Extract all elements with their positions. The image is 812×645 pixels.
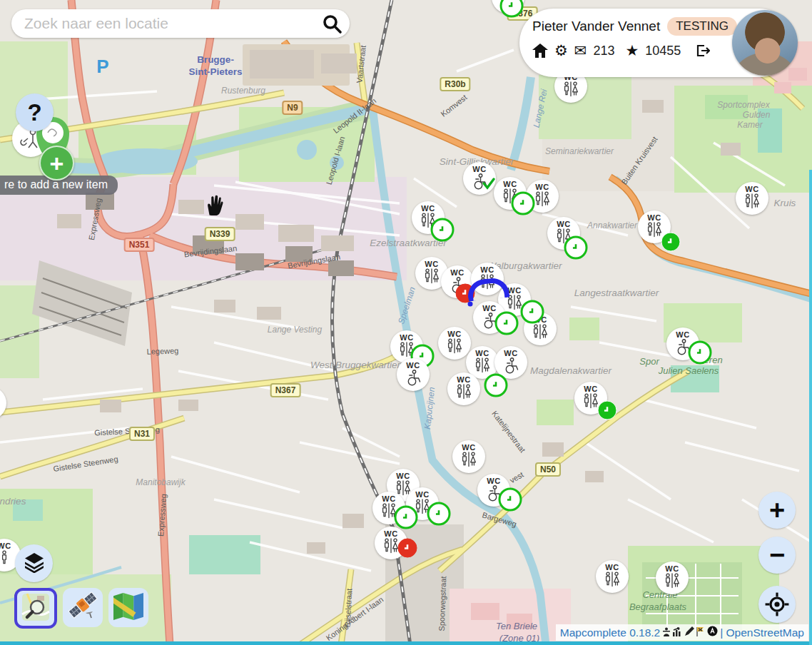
opening-hours-badge <box>564 236 588 260</box>
messages-count: 213 <box>593 44 614 59</box>
osm-attribution-link[interactable]: | OpenStreetMap <box>720 626 804 639</box>
wc-label: WC <box>584 385 597 393</box>
wc-label: WC <box>400 333 413 342</box>
layers-icon <box>24 552 45 576</box>
wc-label: WC <box>480 265 494 274</box>
wc-label: WC <box>384 529 397 538</box>
wc-label: WC <box>503 180 517 188</box>
messages-icon[interactable]: ✉ <box>574 44 587 58</box>
wc-label: WC <box>457 375 470 384</box>
toilet-marker[interactable]: WC <box>596 560 629 593</box>
carto-magnifier-icon <box>21 593 50 624</box>
stats-icon[interactable] <box>672 626 683 639</box>
user-name: Pieter Vander Vennet <box>532 19 660 34</box>
wc-label: WC <box>462 443 475 452</box>
basemap-satellite-button[interactable] <box>63 588 103 627</box>
wc-label: WC <box>665 564 679 573</box>
license-icon[interactable] <box>707 626 718 639</box>
star-icon[interactable]: ★ <box>625 44 639 58</box>
wc-label: WC <box>487 477 500 485</box>
attribution-bar[interactable]: Mapcomplete 0.18.2 | OpenStreetMap <box>556 624 808 641</box>
wc-label: WC <box>396 472 410 480</box>
opening-hours-badge <box>499 488 522 512</box>
opening-hours-badge <box>484 374 508 397</box>
attribution-icons <box>662 626 718 639</box>
folded-map-icon <box>113 593 143 623</box>
wc-label: WC <box>0 542 11 550</box>
flag-icon[interactable] <box>696 626 706 639</box>
search-bar[interactable] <box>11 9 350 38</box>
opening-hours-badge <box>598 401 617 420</box>
wc-label: WC <box>450 268 464 277</box>
toilet-marker[interactable]: WC <box>438 327 471 360</box>
crosshair-icon <box>764 591 790 617</box>
wc-label: WC <box>382 494 395 503</box>
opening-hours-badge <box>395 506 418 529</box>
opening-hours-badge <box>521 300 544 324</box>
wc-label: WC <box>475 349 489 357</box>
opening-hours-badge <box>661 233 681 252</box>
wc-label: WC <box>605 563 619 572</box>
toilet-marker[interactable]: WC <box>397 358 430 391</box>
home-icon[interactable] <box>532 44 548 58</box>
toilet-marker[interactable]: WC <box>656 562 689 594</box>
wc-label: WC <box>447 330 461 338</box>
wc-label: WC <box>504 349 517 357</box>
viewport-edge-bottom <box>0 641 812 645</box>
wc-label: WC <box>647 213 661 222</box>
wc-label: WC <box>406 361 420 370</box>
edit-pencil-icon[interactable] <box>684 626 694 639</box>
toilet-marker[interactable]: WC <box>452 440 485 473</box>
geolocate-button[interactable] <box>758 586 796 623</box>
contributor-icon[interactable] <box>662 626 671 639</box>
app-version: Mapcomplete 0.18.2 <box>560 626 660 639</box>
satellite-icon <box>67 591 98 625</box>
closed-badge <box>398 539 417 558</box>
help-button[interactable]: ? <box>16 93 54 131</box>
testing-badge: TESTING <box>667 17 737 36</box>
help-label: ? <box>27 99 41 126</box>
zoom-out-button[interactable]: − <box>758 537 796 574</box>
wc-label: WC <box>421 204 435 213</box>
hand-cursor-icon <box>204 193 224 219</box>
opening-hours-badge <box>427 502 451 526</box>
selected-marker-dot <box>468 302 473 307</box>
opening-hours-badge <box>431 218 455 242</box>
toilet-marker[interactable]: WC <box>447 372 480 405</box>
user-avatar[interactable] <box>732 10 798 76</box>
viewport-edge-right[interactable] <box>809 170 812 645</box>
wc-label: WC <box>507 286 521 295</box>
add-item-plus-button[interactable]: + <box>39 146 74 181</box>
opening-hours-badge <box>689 341 712 365</box>
basemap-map-button[interactable] <box>108 588 148 627</box>
toilet-marker[interactable]: WC <box>0 387 6 420</box>
wc-label: WC <box>472 165 486 173</box>
search-icon[interactable] <box>321 13 342 34</box>
poi-overlay-layer: WCWCWCWCWCWCWCWCWCWCWCWCWCWCWCWCWCWCWCWC… <box>0 0 812 645</box>
opening-hours-badge <box>495 312 519 335</box>
basemap-carto-button[interactable] <box>14 588 57 629</box>
layers-button[interactable] <box>15 544 53 582</box>
wc-label: WC <box>745 185 758 193</box>
wc-label: WC <box>425 260 438 268</box>
wc-label: WC <box>557 220 570 228</box>
settings-gear-icon[interactable]: ⚙ <box>554 44 568 58</box>
basemap-style-row <box>14 588 148 629</box>
changesets-count: 10455 <box>645 44 681 59</box>
opening-hours-badge <box>512 192 535 215</box>
wc-label: WC <box>676 330 689 339</box>
wc-label: WC <box>415 490 429 499</box>
zoom-in-button[interactable]: + <box>758 492 796 529</box>
toilet-marker[interactable]: WC <box>736 182 768 215</box>
search-input[interactable] <box>23 14 321 33</box>
wc-label: WC <box>482 304 496 313</box>
logout-icon[interactable] <box>694 43 710 59</box>
wc-label: WC <box>535 183 549 191</box>
